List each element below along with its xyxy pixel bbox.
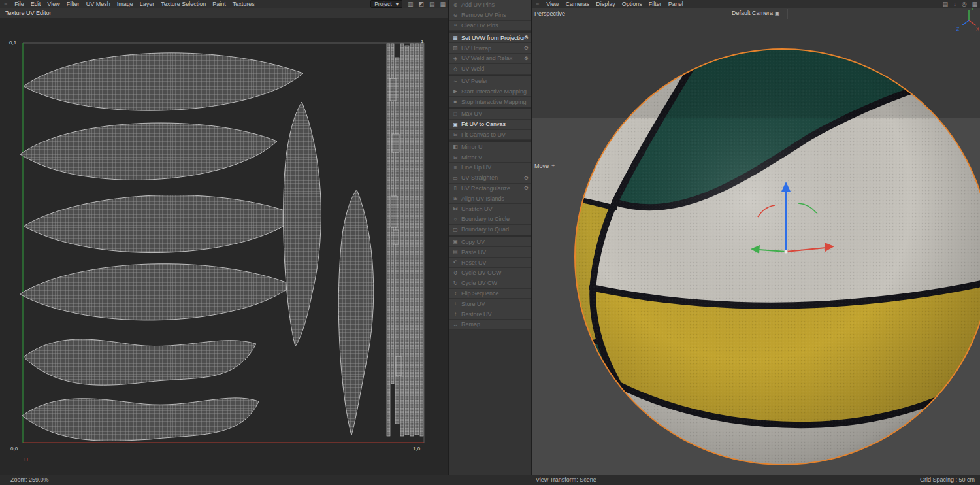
cycle-uv-cw-icon: ↻ [451, 280, 459, 286]
menubar-right-icons: ▤↓◎▦ [940, 1, 980, 7]
cmd-restore-uv: ↑Restore UV [449, 309, 531, 320]
uv-island[interactable] [22, 398, 259, 441]
uv-strip-fragment[interactable] [396, 356, 401, 376]
cmd-line-up-uv: ≡Line Up UV [449, 163, 531, 173]
vp-menu-filter[interactable]: Filter [645, 1, 665, 7]
uv-strip[interactable] [387, 44, 390, 436]
pan-hand-icon[interactable]: ▤ [940, 1, 951, 7]
project-dropdown-label: Project [374, 1, 391, 7]
unstitch-uv-icon: ⋈ [451, 206, 459, 212]
fit-uv-to-canvas-icon: ▣ [451, 122, 459, 127]
project-dropdown[interactable]: Project ▾ [370, 0, 402, 8]
cmd-uv-weld-and-relax: ◈UV Weld and Relax⚙ [449, 54, 531, 64]
vp-menu-options[interactable]: Options [619, 1, 645, 7]
main-menubar: ≡ FileEditViewFilterUV MeshImageLayerTex… [0, 0, 448, 8]
uv-island[interactable] [20, 264, 293, 320]
cmd-uv-straighten: ▭UV Straighten⚙ [449, 173, 531, 184]
cmd-remap: ↔Remap... [449, 320, 531, 330]
menu-uv-mesh[interactable]: UV Mesh [83, 1, 114, 7]
cmd-label: Start Interactive Mapping [459, 88, 529, 95]
default-camera-selector[interactable]: Default Camera ▣ [732, 10, 780, 16]
layout-grid-icon[interactable]: ▦ [969, 1, 980, 7]
gear-icon[interactable]: ⚙ [524, 185, 529, 191]
histogram-icon[interactable]: ▥ [405, 1, 416, 7]
gizmo-origin[interactable] [785, 250, 788, 254]
max-uv-icon: □ [451, 111, 459, 117]
cmd-label: Mirror U [459, 144, 529, 150]
axis-x-label: X [976, 27, 979, 31]
uv-strip[interactable] [400, 44, 404, 436]
uv-strip[interactable] [410, 44, 414, 436]
menu-view[interactable]: View [44, 1, 63, 7]
cmd-cycle-uv-cw: ↻Cycle UV CW [449, 278, 531, 289]
uv-island[interactable] [24, 339, 256, 385]
camera-mode-label[interactable]: Perspective [534, 10, 565, 17]
menu-texture-selection[interactable]: Texture Selection [157, 1, 209, 7]
menu-file[interactable]: File [11, 1, 27, 7]
cmd-uv-rectangularize: ▯UV Rectangularize⚙ [449, 184, 531, 194]
uv-editor-canvas[interactable]: 0,1 1 0,0 1,0 U [0, 18, 448, 475]
set-uvw-from-projection-icon: ▦ [451, 35, 459, 41]
axis-z-label: Z [956, 27, 960, 31]
uv-island[interactable] [24, 53, 303, 110]
palette-icon[interactable]: ◩ [416, 1, 427, 7]
cmd-label: Line Up UV [459, 164, 529, 171]
cmd-start-interactive-mapping: ▶Start Interactive Mapping [449, 86, 531, 97]
vp-menu-cameras[interactable]: Cameras [563, 1, 593, 7]
menu-filter[interactable]: Filter [63, 1, 83, 7]
menu-layer[interactable]: Layer [137, 1, 158, 7]
uv-strip[interactable] [420, 44, 423, 436]
add-uv-pins-icon: ⊕ [451, 2, 459, 8]
uv-strip[interactable] [405, 46, 409, 435]
uv-island[interactable] [338, 190, 373, 435]
cmd-fit-uv-to-canvas[interactable]: ▣Fit UV to Canvas [449, 120, 531, 130]
uv-rectangularize-icon: ▯ [451, 185, 459, 191]
cmd-label: Copy UV [459, 239, 529, 245]
cmd-label: Fit UV to Canvas [459, 121, 529, 127]
line-up-uv-icon: ≡ [451, 165, 459, 171]
view-transform-status: View Transform: Scene [536, 477, 596, 483]
status-bar: Zoom: 259.0% View Transform: Scene Grid … [0, 475, 980, 485]
gear-icon[interactable]: ⚙ [524, 45, 529, 51]
uv-island[interactable] [284, 102, 321, 346]
layout-grid-icon[interactable]: ▦ [437, 1, 448, 7]
uv-strip-fragment[interactable] [391, 196, 397, 227]
vp-menu-panel[interactable]: Panel [665, 1, 687, 7]
hamburger-menu-icon[interactable]: ≡ [0, 1, 11, 7]
render-sphere-icon[interactable]: ◎ [959, 1, 970, 7]
uv-island[interactable] [20, 123, 277, 180]
uv-editor-tab[interactable]: Texture UV Editor [0, 8, 448, 18]
perspective-viewport[interactable]: Y X Z Perspective Default Camera ▣ Move … [532, 8, 980, 475]
uv-strip-fragment[interactable] [390, 78, 396, 101]
cmd-set-uvw-from-projection[interactable]: ▦Set UVW from Projection⚙ [449, 33, 531, 43]
download-icon[interactable]: ↓ [951, 1, 959, 7]
cmd-clear-uv-pins: ×Clear UV Pins [449, 21, 531, 31]
uv-islands[interactable] [20, 53, 374, 441]
vp-menu-display[interactable]: Display [593, 1, 619, 7]
uv-strip-fragment[interactable] [393, 230, 399, 244]
boundary-to-circle-icon: ○ [451, 216, 459, 222]
remap-icon: ↔ [451, 322, 459, 327]
gear-icon[interactable]: ⚙ [524, 56, 529, 61]
uv-strip-fragment[interactable] [392, 134, 399, 152]
cmd-copy-uv: ▣Copy UV [449, 237, 531, 248]
mirror-u-icon: ◧ [451, 144, 459, 150]
pan-hand-icon[interactable]: ▤ [427, 1, 438, 7]
menu-paint[interactable]: Paint [209, 1, 229, 7]
cmd-stop-interactive-mapping: ■Stop Interactive Mapping [449, 97, 531, 107]
menu-image[interactable]: Image [114, 1, 137, 7]
gear-icon[interactable]: ⚙ [524, 35, 529, 41]
uv-island[interactable] [24, 195, 299, 252]
vp-menu-view[interactable]: View [543, 1, 562, 7]
hamburger-menu-icon[interactable]: ≡ [532, 1, 543, 7]
cmd-unstitch-uv: ⋈Unstitch UV [449, 204, 531, 214]
camera-menu-icon: ▣ [775, 10, 780, 16]
menubar-left-icons: ▥◩▤▦ [405, 1, 448, 7]
uv-coord-00: 0,0 [10, 446, 18, 452]
menu-textures[interactable]: Textures [229, 1, 258, 7]
menu-edit[interactable]: Edit [27, 1, 44, 7]
cmd-label: Fit Canvas to UV [459, 131, 529, 138]
gear-icon[interactable]: ⚙ [524, 175, 529, 181]
uv-strips[interactable] [387, 44, 423, 436]
uv-strip[interactable] [415, 44, 419, 435]
